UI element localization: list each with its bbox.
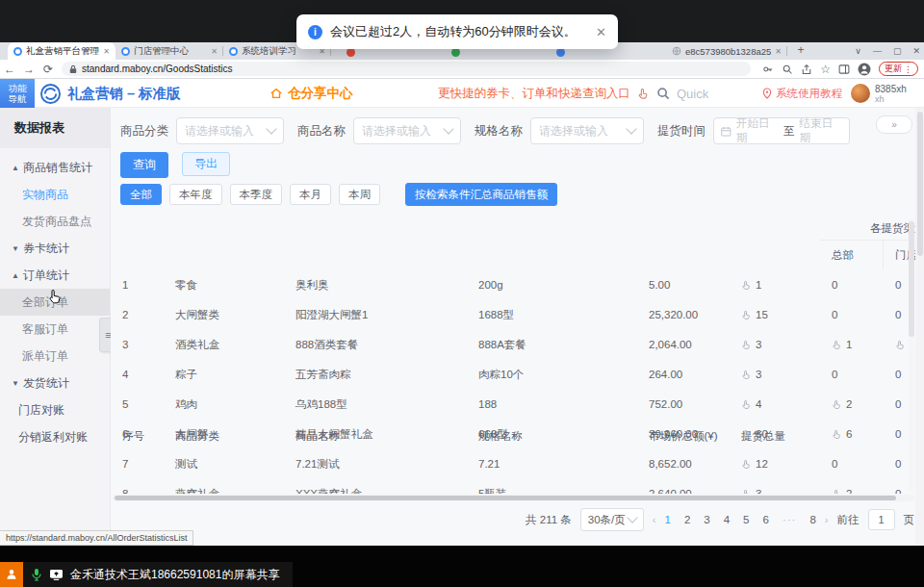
cell-value: 0 <box>895 428 901 440</box>
total-count: 共 211 条 <box>526 513 572 527</box>
sidebar-item-发货统计[interactable]: ▼发货统计 <box>0 370 110 396</box>
browser-tab[interactable]: 门店管理中心✕ <box>116 42 223 60</box>
sidebar-item-分销返利对账[interactable]: 分销返利对账 <box>0 423 110 450</box>
triangle-up-icon: ▲ <box>12 271 19 280</box>
quick-filter-bar: 全部本年度本季度本月本周按检索条件汇总商品销售额 <box>120 183 557 206</box>
quick-search-placeholder[interactable]: Quick <box>677 87 708 101</box>
key-icon[interactable] <box>762 64 774 75</box>
maximize-button[interactable]: ▢ <box>893 46 902 56</box>
page-size-select[interactable]: 30条/页 <box>580 508 644 531</box>
search-icon[interactable] <box>656 87 670 100</box>
sidebar-item-客服订单[interactable]: 客服订单 <box>0 316 110 343</box>
tab-title: 礼盒营销平台管理中心 <box>26 45 99 58</box>
sidebar-item-券卡统计[interactable]: ▼券卡统计 <box>0 235 110 262</box>
cell-pickup-total[interactable]: 12 <box>730 449 820 478</box>
screen-share-icon[interactable] <box>49 569 64 580</box>
cell-pickup-total[interactable]: 15 <box>730 300 820 329</box>
filter-select-商品分类[interactable]: 请选择或输入 <box>176 117 284 144</box>
back-icon[interactable]: ← <box>0 63 19 76</box>
sidebar-item-门店对账[interactable]: 门店对账 <box>0 396 110 423</box>
tab-close-icon[interactable]: ✕ <box>775 47 782 56</box>
cell-hq[interactable]: 0 <box>820 360 884 389</box>
sidebar-item-实物商品[interactable]: 实物商品 <box>0 181 110 208</box>
browser-tab-hash[interactable]: e8c573980b1328a258fd2e6f8 ✕ <box>666 42 787 60</box>
quick-filter-本周[interactable]: 本周 <box>339 184 380 205</box>
avatar <box>851 84 870 103</box>
sidebar-title: 数据报表 <box>0 108 110 148</box>
quick-filter-本季度[interactable]: 本季度 <box>230 184 283 205</box>
sidebar-item-发货商品盘点[interactable]: 发货商品盘点 <box>0 208 110 235</box>
page-number-4[interactable]: 4 <box>724 514 730 525</box>
table-horizontal-scrollbar[interactable] <box>113 495 914 501</box>
share-icon[interactable] <box>801 64 812 75</box>
participant-icon[interactable] <box>0 562 23 587</box>
cell-pickup-total[interactable]: 4 <box>730 390 820 419</box>
tab-title: 门店管理中心 <box>134 45 207 58</box>
page-number-1[interactable]: 1 <box>664 514 670 525</box>
quick-filter-全部[interactable]: 全部 <box>120 184 162 205</box>
tab-close-icon[interactable]: ✕ <box>103 47 110 56</box>
close-window-button[interactable]: ✕ <box>912 46 920 56</box>
side-panel-icon[interactable] <box>838 64 850 75</box>
refresh-icon[interactable]: ⟳ <box>38 63 58 76</box>
cell-hq[interactable]: 0 <box>820 270 884 299</box>
filter-select-商品名称[interactable]: 请选择或输入 <box>353 117 461 144</box>
page-ellipsis: ··· <box>783 514 797 525</box>
cell-hq[interactable]: 0 <box>820 300 884 329</box>
summary-button[interactable]: 按检索条件汇总商品销售额 <box>405 183 557 206</box>
cell-value: 1 <box>756 279 761 291</box>
table-vertical-scrollbar[interactable] <box>909 219 914 492</box>
table-row: 6大闸蟹精品大闸蟹礼盒666型39,960.006060 <box>111 420 916 449</box>
quick-filter-本年度[interactable]: 本年度 <box>169 184 222 205</box>
tab-close-icon[interactable]: ✕ <box>211 47 218 56</box>
expand-filters-button[interactable]: » <box>876 115 912 134</box>
sidebar-item-商品销售统计[interactable]: ▲商品销售统计 <box>0 154 110 181</box>
pickup-hand-icon <box>832 429 842 440</box>
nav-toggle-button[interactable]: 功能 导航 <box>0 79 35 108</box>
prev-page-button[interactable]: ‹ <box>653 514 656 525</box>
user-menu[interactable]: 8385xh xh <box>851 79 907 108</box>
next-page-button[interactable]: › <box>825 514 829 525</box>
share-center-link[interactable]: 仓分享中心 <box>270 79 353 108</box>
cell-hq[interactable]: 6 <box>820 420 884 448</box>
goto-page-input[interactable] <box>868 509 895 530</box>
cell-pickup-total[interactable]: 1 <box>730 270 820 299</box>
forward-icon[interactable]: → <box>19 63 38 76</box>
page-number-6[interactable]: 6 <box>763 514 769 525</box>
sidebar-item-订单统计[interactable]: ▲订单统计 <box>0 262 110 289</box>
cell-pickup-total[interactable]: 3 <box>730 330 820 359</box>
page-number-3[interactable]: 3 <box>704 514 709 525</box>
page-number-8[interactable]: 8 <box>809 514 815 525</box>
zoom-icon[interactable] <box>782 64 793 75</box>
page-number-5[interactable]: 5 <box>743 514 749 525</box>
cell-pickup-total[interactable]: 60 <box>730 420 820 448</box>
minimize-button[interactable]: — <box>873 46 882 56</box>
new-tab-button[interactable]: + <box>793 43 808 57</box>
bookmark-star-icon[interactable]: ☆ <box>820 63 831 76</box>
cell-category: 酒类礼盒 <box>164 330 284 359</box>
page-scrollbar[interactable] <box>915 108 924 546</box>
export-button[interactable]: 导出 <box>182 152 230 176</box>
address-bar[interactable]: standard.maboy.cn/GoodsStatistics <box>62 62 751 76</box>
quick-filter-本月[interactable]: 本月 <box>290 184 331 205</box>
filter-select-规格名称[interactable]: 请选择或输入 <box>530 117 644 144</box>
cell-hq[interactable]: 2 <box>820 390 884 419</box>
cell-pickup-total[interactable]: 3 <box>730 360 820 389</box>
profile-icon[interactable] <box>858 63 871 76</box>
date-range-picker[interactable]: 开始日期至结束日期 <box>713 117 850 144</box>
cell-hq[interactable]: 2 <box>820 479 884 494</box>
tutorial-link[interactable]: 系统使用教程 <box>762 79 842 108</box>
chrome-update-button[interactable]: 更新⋮ <box>879 62 918 76</box>
tab-search-icon[interactable]: ∨ <box>855 46 861 56</box>
search-button[interactable]: 查询 <box>120 152 168 178</box>
cell-hq[interactable]: 0 <box>820 449 884 478</box>
browser-tab[interactable]: 礼盒营销平台管理中心✕ <box>8 42 116 60</box>
microphone-icon[interactable] <box>31 568 42 581</box>
cell-pickup-total[interactable]: 3 <box>730 479 820 494</box>
page-number-2[interactable]: 2 <box>684 514 690 525</box>
cell-value: 0 <box>895 369 901 380</box>
cell-hq[interactable]: 1 <box>820 330 884 359</box>
sidebar-item-派单订单[interactable]: 派单订单 <box>0 343 110 370</box>
cell-value: 0 <box>895 488 901 494</box>
toast-close-icon[interactable]: ✕ <box>596 25 606 39</box>
